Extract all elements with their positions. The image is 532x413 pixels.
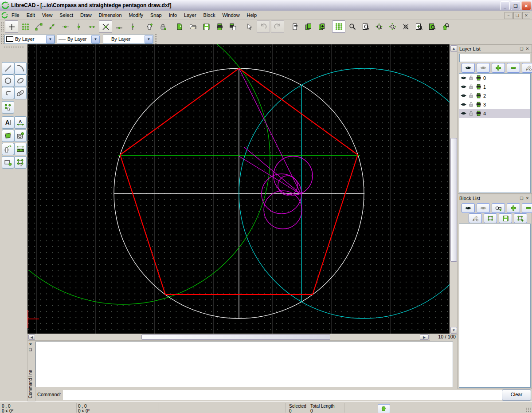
layer-filter-input[interactable] bbox=[459, 54, 530, 62]
save-drawing-button[interactable] bbox=[200, 21, 212, 32]
maximize-button[interactable]: ❏ bbox=[511, 1, 520, 10]
block-tool[interactable] bbox=[2, 156, 14, 169]
selection-pointer-button[interactable] bbox=[243, 21, 256, 32]
menu-window[interactable]: Window bbox=[219, 12, 243, 19]
toolbar-handle[interactable] bbox=[1, 34, 4, 44]
snap-intersection-button[interactable] bbox=[99, 20, 112, 33]
close-panel-icon[interactable]: ✕ bbox=[524, 195, 530, 201]
menu-dimension[interactable]: Dimension bbox=[95, 12, 125, 19]
layer-row-4[interactable]: 4 bbox=[459, 109, 530, 118]
toolbar-handle[interactable] bbox=[1, 21, 4, 32]
text-tool[interactable]: A bbox=[2, 116, 14, 129]
horizontal-scrollbar[interactable]: ◀ ▶ bbox=[27, 334, 430, 341]
resize-grip[interactable] bbox=[526, 407, 531, 413]
float-panel-icon[interactable]: ❏ bbox=[519, 46, 524, 51]
set-relative-zero-button[interactable] bbox=[143, 21, 156, 32]
snap-middle-button[interactable] bbox=[72, 21, 85, 32]
palette-handle[interactable] bbox=[4, 46, 24, 48]
duplicate-block-button[interactable] bbox=[302, 21, 314, 32]
block-list-header[interactable]: Block List ❏ ✕ bbox=[458, 194, 532, 202]
snap-on-entity-button[interactable] bbox=[46, 21, 58, 32]
hatch-tool[interactable] bbox=[2, 130, 14, 142]
menu-snap[interactable]: Snap bbox=[147, 12, 165, 19]
print-preview-button[interactable] bbox=[227, 21, 239, 32]
menu-layer[interactable]: Layer bbox=[180, 12, 200, 19]
toolbar-handle[interactable] bbox=[154, 34, 157, 44]
insert-block-button[interactable] bbox=[514, 213, 527, 223]
menu-info[interactable]: Info bbox=[165, 12, 180, 19]
remove-block-button[interactable] bbox=[289, 21, 301, 32]
create-block-button[interactable] bbox=[492, 203, 505, 213]
menu-modify[interactable]: Modify bbox=[125, 12, 147, 19]
menu-draw[interactable]: Draw bbox=[77, 12, 95, 19]
float-panel-icon[interactable]: ❏ bbox=[519, 195, 524, 201]
zoom-decrease-button[interactable] bbox=[386, 21, 399, 32]
edit-block-tool[interactable] bbox=[14, 156, 27, 169]
zoom-window-button[interactable] bbox=[360, 21, 372, 32]
snap-center-button[interactable] bbox=[59, 21, 71, 32]
chevron-down-icon[interactable]: ▼ bbox=[46, 35, 55, 43]
zoom-pan-button[interactable] bbox=[439, 21, 452, 32]
toggle-grid-button[interactable] bbox=[332, 20, 345, 33]
remove-block-button[interactable] bbox=[522, 203, 532, 213]
measure-tool[interactable] bbox=[14, 143, 27, 155]
zoom-in-button[interactable] bbox=[346, 21, 359, 32]
add-layer-button[interactable] bbox=[492, 63, 505, 73]
zoom-increase-button[interactable] bbox=[373, 21, 385, 32]
color-combobox[interactable]: By Layer ▼ bbox=[4, 35, 55, 44]
ellipse-tool[interactable] bbox=[14, 75, 27, 87]
snap-grid-button[interactable] bbox=[19, 21, 31, 32]
remove-layer-button[interactable] bbox=[507, 63, 520, 73]
snap-distance-button[interactable] bbox=[86, 21, 98, 32]
menu-view[interactable]: View bbox=[39, 12, 56, 19]
scroll-left-icon[interactable]: ◀ bbox=[28, 334, 35, 340]
restrict-vertical-button[interactable] bbox=[126, 21, 139, 32]
scroll-down-icon[interactable]: ▼ bbox=[450, 327, 457, 334]
zoom-page-button[interactable] bbox=[426, 21, 438, 32]
edit-block-button[interactable] bbox=[484, 213, 497, 223]
command-dock-titlebar[interactable]: ✕ ❏ Command line bbox=[27, 341, 35, 401]
modify-layer-button[interactable] bbox=[522, 63, 532, 73]
rename-block-button[interactable] bbox=[469, 213, 482, 223]
line-tool[interactable] bbox=[2, 62, 14, 75]
add-block-button[interactable] bbox=[315, 21, 328, 32]
arc-tool[interactable] bbox=[14, 62, 27, 75]
menu-help[interactable]: Help bbox=[243, 12, 261, 19]
zoom-previous-button[interactable] bbox=[413, 21, 425, 32]
scroll-right-icon[interactable]: ▶ bbox=[420, 334, 429, 340]
snap-free-button[interactable] bbox=[5, 20, 18, 33]
select-tool[interactable] bbox=[2, 143, 14, 155]
mdi-minimize-button[interactable]: − bbox=[505, 12, 512, 19]
line-width-combobox[interactable]: By Layer ▼ bbox=[57, 35, 100, 44]
add-block-button[interactable] bbox=[507, 203, 520, 213]
save-block-button[interactable] bbox=[499, 213, 512, 223]
chevron-down-icon[interactable]: ▼ bbox=[91, 35, 100, 43]
vertical-scrollbar[interactable]: ▲ ▼ bbox=[450, 44, 458, 334]
hide-all-layers-button[interactable] bbox=[477, 63, 490, 73]
minimize-button[interactable]: _ bbox=[500, 1, 510, 10]
layer-row-2[interactable]: 2 bbox=[459, 91, 530, 100]
lock-relative-zero-button[interactable] bbox=[156, 21, 169, 32]
drawing-canvas[interactable] bbox=[27, 44, 450, 334]
points-tool[interactable] bbox=[2, 101, 14, 114]
print-button[interactable] bbox=[213, 21, 226, 32]
close-button[interactable]: ✕ bbox=[521, 1, 531, 10]
open-drawing-button[interactable] bbox=[187, 21, 199, 32]
block-list[interactable] bbox=[459, 224, 531, 388]
spline-tool[interactable] bbox=[14, 87, 27, 99]
compass-arc-green[interactable] bbox=[29, 44, 270, 304]
new-drawing-button[interactable] bbox=[173, 21, 186, 32]
line-type-combobox[interactable]: By Layer ▼ bbox=[103, 35, 153, 44]
layer-row-0[interactable]: 0 bbox=[459, 74, 530, 83]
layer-row-1[interactable]: 1 bbox=[459, 83, 530, 91]
menu-file[interactable]: File bbox=[8, 12, 23, 19]
construction-circle-4-magenta[interactable] bbox=[278, 176, 297, 195]
zoom-auto-button[interactable] bbox=[399, 21, 412, 32]
close-panel-icon[interactable]: ✕ bbox=[524, 46, 530, 51]
vertical-scroll-thumb[interactable] bbox=[450, 138, 457, 262]
hide-all-blocks-button[interactable] bbox=[477, 203, 490, 213]
command-history[interactable] bbox=[35, 342, 453, 387]
scroll-up-icon[interactable]: ▲ bbox=[450, 45, 457, 52]
layer-list[interactable]: 01234 bbox=[459, 73, 531, 193]
construction-line-3-magenta[interactable] bbox=[244, 147, 301, 194]
